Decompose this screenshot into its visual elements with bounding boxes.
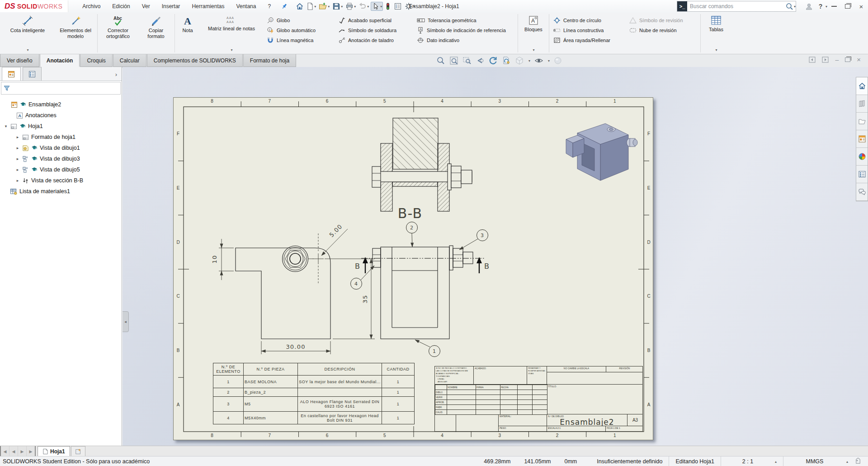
revision-cloud-button[interactable]: Nube de revisión — [629, 26, 696, 34]
print-button[interactable]: ▾ — [344, 2, 357, 11]
pin-menu-icon[interactable] — [281, 3, 288, 10]
center-mark-button[interactable]: Centro de círculo — [553, 16, 622, 24]
menu-help[interactable]: ? — [262, 0, 277, 13]
taskpane-forum-button[interactable] — [856, 183, 868, 201]
dimension-10[interactable] — [219, 239, 234, 280]
zoom-icon[interactable] — [436, 56, 445, 65]
front-view[interactable] — [236, 246, 330, 339]
datum-feature-button[interactable]: ASímbolo de indicación de referencia — [417, 26, 514, 34]
balloon-4[interactable]: 4 — [351, 278, 362, 290]
expand-icon[interactable]: ▸ — [15, 135, 20, 139]
tree-item-vista-de-dibujo3[interactable]: ▸ Vista de dibujo3 — [0, 153, 122, 164]
model-items-button[interactable]: Elementos del modelo — [54, 13, 97, 54]
expand-icon[interactable]: ▸ — [15, 157, 20, 161]
bom-row[interactable]: 1 BASE MOLONA SOY la mejor base del Mund… — [213, 376, 415, 388]
bom-row[interactable]: 4 M5X40mm En castellano por favor Hexago… — [213, 412, 415, 424]
tree-item-anotaciones[interactable]: A Anotaciones — [0, 110, 122, 121]
magnetic-line-button[interactable]: Línea magnética — [267, 36, 331, 44]
tree-filter[interactable] — [1, 82, 121, 95]
spell-checker-button[interactable]: Abc Corrector ortográfico — [98, 13, 138, 54]
hide-show-items-icon[interactable] — [534, 56, 543, 65]
doc-restore-button[interactable] — [845, 57, 850, 62]
caret-icon[interactable]: ▾ — [380, 5, 382, 9]
menu-edicion[interactable]: Edición — [106, 0, 136, 13]
tab-formato-de-hoja[interactable]: Formato de hoja — [243, 54, 296, 67]
title-block[interactable]: SI NO SE INDICA LO CONTRARIO: LAS COTAS … — [434, 366, 643, 432]
tab-anotacion[interactable]: Anotación — [40, 54, 80, 67]
new-document-button[interactable]: ▾ — [306, 2, 317, 11]
tree-item-vista-de-dibujo1[interactable]: ▸ Vista de dibujo1 — [0, 143, 122, 153]
doc-minimize-button[interactable]: – — [835, 56, 839, 63]
tree-item-formato-de-hoja1[interactable]: ▸ Formato de hoja1 — [0, 132, 122, 143]
zoom-fit-icon[interactable] — [449, 56, 458, 65]
zoom-area-icon[interactable] — [462, 56, 472, 65]
linear-note-pattern-button[interactable]: AAAAAA Matriz lineal de notas ▾ — [200, 13, 263, 54]
caret-icon[interactable]: ▾ — [341, 5, 343, 9]
format-painter-button[interactable]: Copiar formato — [138, 13, 174, 54]
caret-icon[interactable]: ▾ — [794, 5, 796, 9]
select-tool-button[interactable]: ▾ — [371, 2, 383, 11]
tree-item-hoja1[interactable]: ▾ Hoja1 — [0, 121, 122, 132]
section-view-bb[interactable] — [372, 118, 472, 211]
balloon-2[interactable]: 2 — [406, 222, 418, 233]
add-sheet-button[interactable] — [71, 446, 85, 456]
search-icon[interactable] — [785, 2, 793, 10]
tab-complementos[interactable]: Complementos de SOLIDWORKS — [147, 54, 243, 67]
graphics-area[interactable]: 87654321 87654321 FEDCBA FEDCBA — [123, 67, 868, 446]
tree-item-lista-de-materiales1[interactable]: Lista de materiales1 — [0, 186, 122, 197]
blocks-button[interactable]: A Bloques ▾ — [519, 13, 548, 54]
smart-dimension-button[interactable]: Cota inteligente ▾ — [1, 13, 54, 54]
first-sheet-button[interactable]: ◀ — [0, 446, 9, 456]
previous-view-icon[interactable] — [476, 56, 485, 65]
menu-archivo[interactable]: Archivo — [76, 0, 106, 13]
last-sheet-button[interactable]: ▶ — [27, 446, 36, 456]
surface-finish-button[interactable]: Acabado superficial — [338, 16, 410, 24]
caret-icon[interactable]: ▾ — [533, 48, 534, 52]
caret-icon[interactable]: ▾ — [354, 5, 356, 9]
weld-symbol-button[interactable]: Símbolo de soldadura — [338, 26, 410, 34]
panel-left-icon[interactable] — [809, 57, 816, 63]
hole-callout-button[interactable]: Anotación de taladro — [338, 36, 410, 44]
drawing-sheet[interactable]: 87654321 87654321 FEDCBA FEDCBA — [173, 97, 653, 440]
auto-balloon-button[interactable]: 1Globo automático — [267, 26, 331, 34]
menu-herramientas[interactable]: Herramientas — [186, 0, 230, 13]
sheet-tab-hoja1[interactable]: Hoja1 — [38, 446, 70, 456]
caret-icon[interactable]: ▾ — [314, 5, 316, 9]
expand-icon[interactable]: ▸ — [15, 178, 20, 183]
section-line-bb[interactable] — [361, 257, 485, 273]
panel-splitter-handle[interactable]: ◂ — [123, 311, 129, 332]
menu-insertar[interactable]: Insertar — [156, 0, 186, 13]
tree-item-ensamblaje2[interactable]: Ensamblaje2 — [0, 99, 122, 110]
tree-item-vista-de-dibujo5[interactable]: ▸ Vista de dibujo5 — [0, 164, 122, 175]
tables-button[interactable]: Tablas ▾ — [701, 13, 731, 54]
tab-ver-diseno[interactable]: Ver diseño — [0, 54, 39, 67]
home-button[interactable] — [295, 2, 305, 11]
dimension-5-value[interactable]: 5.00 — [328, 223, 344, 238]
expand-icon[interactable]: ▸ — [15, 146, 20, 150]
panel-right-icon[interactable] — [822, 57, 829, 63]
dimension-30-value[interactable]: 30.00 — [286, 343, 305, 350]
menu-ver[interactable]: Ver — [136, 0, 156, 13]
balloon-3[interactable]: 3 — [477, 230, 488, 241]
menu-ventana[interactable]: Ventana — [230, 0, 262, 13]
status-tag-button[interactable] — [848, 456, 868, 466]
datum-target-button[interactable]: ADato indicativo — [417, 36, 514, 44]
expand-icon[interactable]: ▸ — [15, 167, 20, 172]
centerline-button[interactable]: Línea constructiva — [553, 26, 622, 34]
doc-close-button[interactable]: × — [857, 56, 861, 63]
scale-caret-icon[interactable]: ▴ — [775, 460, 777, 464]
geometric-tolerance-button[interactable]: Tolerancia geométrica — [417, 16, 514, 24]
next-sheet-button[interactable]: ▶ — [18, 446, 27, 456]
dimension-10-value[interactable]: 10 — [211, 255, 218, 264]
taskpane-custom-properties-button[interactable] — [856, 166, 868, 183]
caret-icon[interactable]: ▾ — [548, 59, 550, 63]
note-button[interactable]: A Nota — [175, 13, 200, 54]
balloon-button[interactable]: 1Globo — [267, 16, 331, 24]
update-sheet-icon[interactable] — [502, 56, 511, 65]
sheet-scale[interactable]: 2 : 1 — [721, 456, 774, 466]
caret-icon[interactable]: ▾ — [27, 48, 28, 52]
taskpane-design-library-button[interactable] — [856, 95, 868, 113]
bom-row[interactable]: 2 B_pieza_2 1 — [213, 388, 415, 397]
user-account-button[interactable] — [802, 0, 816, 12]
titleblock-drawing-number[interactable]: N.º DE DIBUJO Ensamblaje2 — [547, 414, 627, 426]
